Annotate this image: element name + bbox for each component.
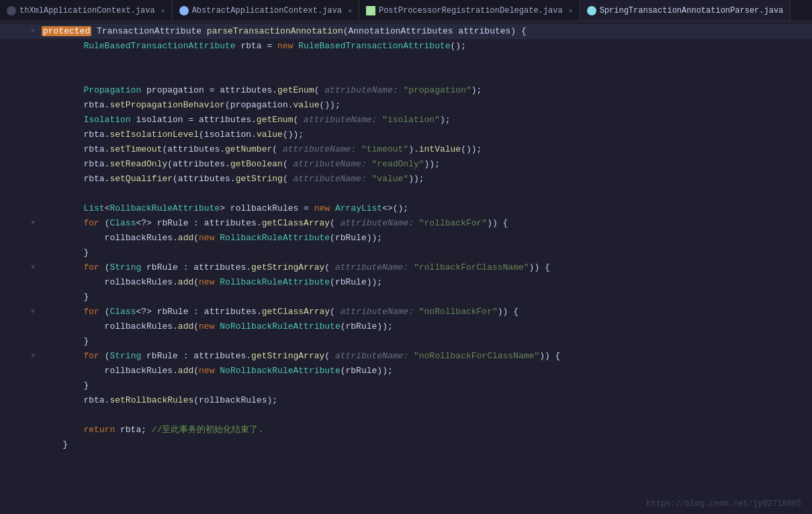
fold-indicator[interactable]: ▼ (27, 349, 39, 364)
code-line: ▼ for (String rbRule : attributes.getStr… (0, 260, 812, 275)
line-content: rbta.setIsolationLevel(isolation.value()… (39, 127, 812, 142)
code-line: rollbackRules.add(new RollbackRuleAttrib… (0, 275, 812, 290)
tab-2-close[interactable]: ✕ (348, 7, 352, 15)
line-content: rbta.setRollbackRules(rollbackRules); (39, 393, 812, 408)
line-content (39, 68, 812, 83)
line-content: for (String rbRule : attributes.getStrin… (39, 260, 812, 275)
line-content: List<RollbackRuleAttribute> rollbackRule… (39, 201, 812, 216)
code-line: } (0, 438, 812, 452)
line-content: } (39, 438, 812, 452)
code-line: rbta.setRollbackRules(rollbackRules); (0, 393, 812, 408)
code-line: rollbackRules.add(new NoRollbackRuleAttr… (0, 319, 812, 334)
code-lines: ▼ protected TransactionAttribute parseTr… (0, 21, 812, 455)
line-content (39, 408, 812, 423)
line-content: rollbackRules.add(new NoRollbackRuleAttr… (39, 319, 812, 334)
tab-2-icon (179, 6, 189, 15)
line-content: rbta.setTimeout(attributes.getNumber( at… (39, 142, 812, 157)
line-content: } (39, 334, 812, 349)
code-line: } (0, 378, 812, 393)
fold-indicator[interactable]: ▼ (27, 216, 39, 231)
line-content: } (39, 290, 812, 305)
code-line: rbta.setIsolationLevel(isolation.value()… (0, 127, 812, 142)
code-line: List<RollbackRuleAttribute> rollbackRule… (0, 201, 812, 216)
line-content: rollbackRules.add(new RollbackRuleAttrib… (39, 275, 812, 290)
code-line: rbta.setTimeout(attributes.getNumber( at… (0, 142, 812, 157)
code-line: ▼ for (Class<?> rbRule : attributes.getC… (0, 216, 812, 231)
line-content: rbta.setPropagationBehavior(propagation.… (39, 98, 812, 113)
fold-indicator[interactable]: ▼ (27, 24, 39, 39)
line-content: Propagation propagation = attributes.get… (39, 83, 812, 98)
line-content: return rbta; //至此事务的初始化结束了. (39, 423, 812, 438)
line-content: for (String rbRule : attributes.getStrin… (39, 349, 812, 364)
code-line: return rbta; //至此事务的初始化结束了. (0, 423, 812, 438)
editor: ▼ protected TransactionAttribute parseTr… (0, 21, 812, 514)
code-area[interactable]: ▼ protected TransactionAttribute parseTr… (0, 21, 812, 514)
tab-4[interactable]: SpringTransactionAnnotationParser.java (580, 0, 791, 21)
code-line: rollbackRules.add(new NoRollbackRuleAttr… (0, 364, 812, 378)
line-content: RuleBasedTransactionAttribute rbta = new… (39, 39, 812, 54)
line-content (39, 54, 812, 68)
line-content: } (39, 378, 812, 393)
tab-3-icon (366, 6, 375, 15)
tab-3-label: PostProcessorRegistrationDelegate.java (379, 6, 563, 15)
code-line (0, 68, 812, 83)
code-line: rbta.setPropagationBehavior(propagation.… (0, 98, 812, 113)
line-content: } (39, 246, 812, 260)
code-line: ▼ protected TransactionAttribute parseTr… (0, 24, 812, 39)
code-line (0, 187, 812, 201)
watermark: https://blog.csdn.net/jy02718805 (647, 499, 801, 509)
line-content (39, 187, 812, 201)
tab-3-close[interactable]: ✕ (569, 7, 573, 15)
fold-indicator[interactable]: ▼ (27, 260, 39, 275)
code-line (0, 408, 812, 423)
code-line: } (0, 334, 812, 349)
code-line: Isolation isolation = attributes.getEnum… (0, 113, 812, 127)
line-content: rbta.setReadOnly(attributes.getBoolean( … (39, 157, 812, 172)
tab-2[interactable]: AbstractApplicationContext.java ✕ (173, 0, 359, 21)
tab-2-label: AbstractApplicationContext.java (192, 6, 342, 15)
line-content: rollbackRules.add(new NoRollbackRuleAttr… (39, 364, 812, 378)
line-content: for (Class<?> rbRule : attributes.getCla… (39, 216, 812, 231)
tab-4-icon (587, 6, 596, 15)
code-line: ▼ for (Class<?> rbRule : attributes.getC… (0, 305, 812, 319)
line-content: for (Class<?> rbRule : attributes.getCla… (39, 305, 812, 319)
line-content: rbta.setQualifier(attributes.getString( … (39, 172, 812, 187)
line-content: rollbackRules.add(new RollbackRuleAttrib… (39, 231, 812, 246)
code-line: } (0, 246, 812, 260)
code-line: rbta.setReadOnly(attributes.getBoolean( … (0, 157, 812, 172)
tab-3[interactable]: PostProcessorRegistrationDelegate.java ✕ (359, 0, 580, 21)
code-line: rbta.setQualifier(attributes.getString( … (0, 172, 812, 187)
code-line: ▼ for (String rbRule : attributes.getStr… (0, 349, 812, 364)
code-line: } (0, 290, 812, 305)
tab-1[interactable]: thXmlApplicationContext.java ✕ (0, 0, 173, 21)
code-line: Propagation propagation = attributes.get… (0, 83, 812, 98)
line-content: protected TransactionAttribute parseTran… (39, 24, 812, 39)
fold-indicator[interactable]: ▼ (27, 305, 39, 319)
code-line (0, 54, 812, 68)
code-line: RuleBasedTransactionAttribute rbta = new… (0, 39, 812, 54)
line-content: Isolation isolation = attributes.getEnum… (39, 113, 812, 127)
code-line: rollbackRules.add(new RollbackRuleAttrib… (0, 231, 812, 246)
tab-bar: thXmlApplicationContext.java ✕ AbstractA… (0, 0, 812, 21)
tab-1-close[interactable]: ✕ (161, 7, 165, 15)
tab-4-label: SpringTransactionAnnotationParser.java (600, 6, 784, 15)
tab-1-label: thXmlApplicationContext.java (19, 6, 155, 15)
tab-1-icon (7, 6, 16, 15)
